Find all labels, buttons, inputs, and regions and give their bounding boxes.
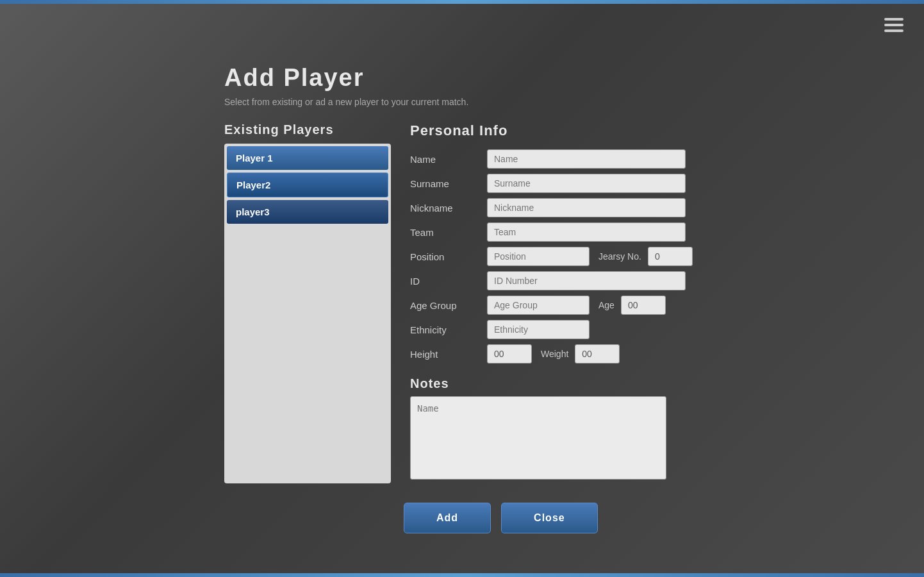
content-columns: Existing Players Player 1 Player2 player… (224, 122, 873, 483)
position-row: Position Jearsy No. (410, 247, 873, 266)
hamburger-menu[interactable] (879, 13, 909, 37)
id-input[interactable] (487, 271, 686, 290)
agegroup-input[interactable] (487, 296, 590, 315)
team-label: Team (410, 227, 481, 238)
id-row: ID (410, 271, 873, 290)
personal-info-panel: Personal Info Name Surname Nickname (410, 122, 873, 482)
age-input[interactable] (621, 296, 666, 315)
action-buttons: Add Close (404, 503, 873, 533)
ethnicity-label: Ethnicity (410, 324, 481, 335)
existing-players-heading: Existing Players (224, 122, 391, 137)
height-label: Height (410, 349, 481, 360)
jerseyno-label: Jearsy No. (598, 251, 641, 262)
position-label: Position (410, 251, 481, 262)
players-list: Player 1 Player2 player3 (224, 144, 391, 483)
surname-label: Surname (410, 178, 481, 189)
weight-input[interactable] (575, 344, 620, 364)
hamburger-line-2 (884, 24, 903, 26)
add-button[interactable]: Add (404, 503, 491, 533)
team-row: Team (410, 222, 873, 242)
hamburger-line-1 (884, 18, 903, 21)
notes-section: Notes (410, 376, 873, 482)
surname-input[interactable] (487, 174, 686, 193)
nickname-row: Nickname (410, 198, 873, 217)
team-input[interactable] (487, 222, 686, 242)
close-button[interactable]: Close (501, 503, 598, 533)
main-content: Add Player Select from existing or ad a … (224, 64, 873, 533)
agegroup-row: Age Group Age (410, 296, 873, 315)
player-item-1[interactable]: Player 1 (227, 146, 388, 170)
jerseyno-input[interactable] (648, 247, 693, 266)
nickname-label: Nickname (410, 203, 481, 213)
personal-info-heading: Personal Info (410, 122, 873, 139)
height-input[interactable] (487, 344, 532, 364)
ethnicity-input[interactable] (487, 320, 590, 339)
player-item-2[interactable]: Player2 (227, 172, 388, 197)
height-weight-row: Height Weight (410, 344, 873, 364)
player-item-3[interactable]: player3 (227, 200, 388, 224)
name-label: Name (410, 154, 481, 165)
id-label: ID (410, 276, 481, 287)
name-row: Name (410, 149, 873, 169)
agegroup-label: Age Group (410, 300, 481, 311)
weight-label: Weight (541, 349, 568, 359)
ethnicity-row: Ethnicity (410, 320, 873, 339)
nickname-input[interactable] (487, 198, 686, 217)
page-subtitle: Select from existing or ad a new player … (224, 97, 873, 107)
bottom-accent-bar (0, 573, 924, 577)
hamburger-line-3 (884, 29, 903, 32)
existing-players-panel: Existing Players Player 1 Player2 player… (224, 122, 391, 483)
personal-info-form: Name Surname Nickname Team (410, 149, 873, 364)
top-accent-bar (0, 0, 924, 4)
notes-heading: Notes (410, 376, 873, 391)
age-label: Age (598, 300, 615, 310)
page-title: Add Player (224, 64, 873, 92)
notes-textarea[interactable] (410, 396, 666, 480)
name-input[interactable] (487, 149, 686, 169)
surname-row: Surname (410, 174, 873, 193)
position-input[interactable] (487, 247, 590, 266)
